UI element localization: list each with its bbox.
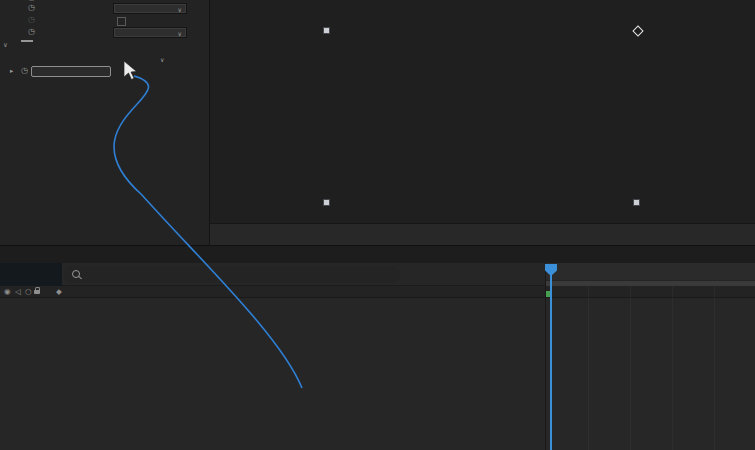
stopwatch-icon[interactable]: ◷ (28, 27, 35, 37)
lock-icon[interactable] (34, 290, 40, 294)
pinning-dropdown[interactable]: ∨ (113, 3, 187, 14)
twirl-open-icon[interactable]: ∨ (3, 40, 8, 51)
effect-controls-panel: ◷ ◷ ∨ ◷ ◷ ∨ ∨ ∨ (0, 0, 209, 245)
viewer-toolbar (210, 223, 755, 245)
antialias-dropdown[interactable]: ∨ (113, 27, 187, 38)
ec-row-antialias: ◷ ∨ (0, 27, 209, 39)
chevron-down-icon[interactable]: ∨ (160, 54, 164, 66)
stopwatch-icon[interactable]: ◷ (21, 66, 28, 76)
ec-row-pinning: ◷ ∨ (0, 3, 209, 15)
layer-handle-bottom-left[interactable] (323, 199, 330, 206)
eye-icon[interactable]: ◉ (4, 287, 11, 296)
slider-name-field[interactable] (31, 66, 111, 77)
twirl-closed-icon[interactable]: ▸ (10, 66, 13, 77)
resize-layer-checkbox[interactable] (117, 17, 126, 26)
property-rows (0, 297, 755, 450)
timeline-toolbar (405, 263, 545, 286)
layer-handle-left[interactable] (323, 27, 330, 34)
label-color-icon[interactable]: ◆ (56, 287, 62, 296)
audio-icon[interactable]: ◁ (15, 287, 21, 296)
ec-row-effect-header: ∨ (0, 40, 209, 53)
panel-tab-bar (0, 246, 755, 263)
chevron-down-icon: ∨ (178, 4, 182, 15)
ec-row-slider: ▸ ◷ (0, 66, 209, 79)
solo-icon[interactable]: ○ (25, 287, 32, 296)
ec-row-resize-layer: ◷ (0, 15, 209, 27)
timeline-controls-row (0, 263, 755, 286)
ec-row-presets: ∨ (0, 54, 209, 66)
playhead-line[interactable] (550, 264, 552, 450)
after-effects-window: ◷ ◷ ∨ ◷ ◷ ∨ ∨ ∨ (0, 0, 755, 450)
composition-image[interactable] (326, 0, 755, 202)
effect-name-box[interactable] (21, 40, 33, 42)
chevron-down-icon: ∨ (178, 28, 182, 39)
layer-handle-bottom-center[interactable] (633, 199, 640, 206)
time-ruler[interactable] (546, 263, 755, 286)
timeline-panel: ◉ ◁ ○ ◆ (0, 245, 755, 450)
stopwatch-icon[interactable]: ◷ (28, 3, 35, 13)
search-icon (72, 270, 80, 278)
composition-viewer-panel (209, 0, 755, 245)
search-input[interactable] (64, 266, 400, 283)
stopwatch-icon: ◷ (28, 15, 35, 25)
current-time-block[interactable] (0, 263, 62, 286)
